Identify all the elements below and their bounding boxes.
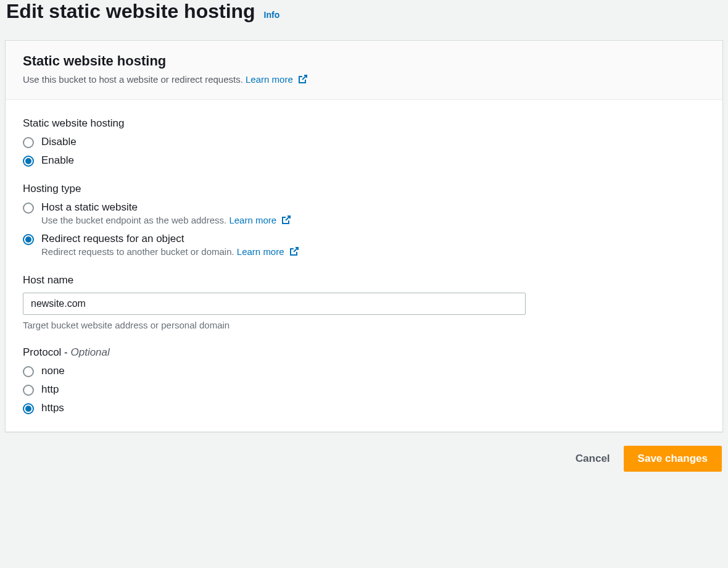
hosting-toggle-label: Static website hosting: [23, 117, 705, 130]
protocol-group: Protocol - Optional none http https: [23, 346, 705, 414]
protocol-label-optional: Optional: [70, 346, 109, 358]
radio-protocol-https[interactable]: https: [23, 402, 705, 414]
learn-more-redirect[interactable]: Learn more: [237, 246, 299, 257]
host-name-label: Host name: [23, 274, 705, 286]
radio-redirect[interactable]: Redirect requests for an object Redirect…: [23, 233, 705, 258]
radio-disable[interactable]: Disable: [23, 136, 705, 148]
hosting-toggle-group: Static website hosting Disable Enable: [23, 117, 705, 167]
radio-protocol-https-label: https: [41, 402, 705, 414]
radio-disable-circle: [23, 137, 34, 148]
panel-header: Static website hosting Use this bucket t…: [6, 41, 722, 100]
radio-protocol-none-label: none: [41, 365, 705, 377]
external-link-icon: [298, 74, 308, 86]
radio-enable[interactable]: Enable: [23, 154, 705, 167]
protocol-label: Protocol - Optional: [23, 346, 705, 359]
radio-redirect-label: Redirect requests for an object: [41, 233, 705, 245]
static-hosting-panel: Static website hosting Use this bucket t…: [5, 40, 723, 432]
radio-redirect-desc: Redirect requests to another bucket or d…: [41, 246, 705, 258]
radio-enable-label: Enable: [41, 154, 705, 167]
radio-enable-circle: [23, 156, 34, 167]
learn-more-link[interactable]: Learn more: [246, 74, 308, 85]
cancel-button[interactable]: Cancel: [576, 453, 610, 465]
radio-protocol-http-label: http: [41, 383, 705, 396]
panel-description: Use this bucket to host a website or red…: [23, 74, 705, 86]
host-name-hint: Target bucket website address or persona…: [23, 320, 705, 330]
hosting-type-label: Hosting type: [23, 183, 705, 195]
radio-host-static-circle: [23, 203, 34, 214]
learn-more-static[interactable]: Learn more: [229, 215, 291, 225]
radio-protocol-http-circle: [23, 385, 34, 396]
host-name-input[interactable]: [23, 293, 526, 315]
radio-protocol-http[interactable]: http: [23, 383, 705, 396]
external-link-icon: [281, 215, 291, 227]
external-link-icon: [289, 246, 299, 258]
learn-more-redirect-label: Learn more: [237, 246, 284, 257]
save-button[interactable]: Save changes: [624, 446, 722, 472]
radio-protocol-none[interactable]: none: [23, 365, 705, 377]
footer: Cancel Save changes: [0, 432, 728, 472]
radio-protocol-https-circle: [23, 403, 34, 414]
learn-more-label: Learn more: [246, 74, 293, 85]
radio-protocol-none-circle: [23, 366, 34, 377]
radio-host-static-label: Host a static website: [41, 201, 705, 214]
radio-host-static-desc: Use the bucket endpoint as the web addre…: [41, 215, 705, 227]
radio-host-static-desc-text: Use the bucket endpoint as the web addre…: [41, 215, 226, 225]
host-name-group: Host name Target bucket website address …: [23, 274, 705, 330]
panel-desc-text: Use this bucket to host a website or red…: [23, 74, 243, 85]
hosting-type-group: Hosting type Host a static website Use t…: [23, 183, 705, 258]
radio-disable-label: Disable: [41, 136, 705, 148]
panel-title: Static website hosting: [23, 53, 705, 69]
learn-more-static-label: Learn more: [229, 215, 276, 225]
info-link[interactable]: Info: [264, 10, 280, 20]
radio-redirect-desc-text: Redirect requests to another bucket or d…: [41, 246, 234, 257]
page-title: Edit static website hosting: [6, 0, 255, 23]
radio-host-static[interactable]: Host a static website Use the bucket end…: [23, 201, 705, 227]
radio-redirect-circle: [23, 234, 34, 245]
protocol-label-main: Protocol -: [23, 346, 70, 358]
